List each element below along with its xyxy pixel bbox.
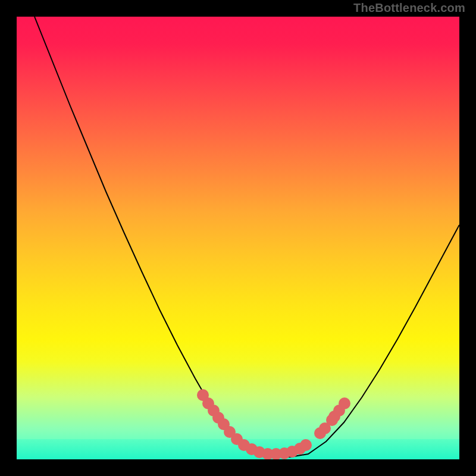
chart-svg [17, 17, 459, 459]
watermark-text: TheBottleneck.com [353, 1, 465, 15]
plot-frame [17, 17, 459, 459]
highlight-dot [300, 439, 312, 451]
highlight-dot [339, 397, 350, 409]
bottleneck-curve [35, 17, 459, 457]
highlight-dots [197, 389, 350, 459]
